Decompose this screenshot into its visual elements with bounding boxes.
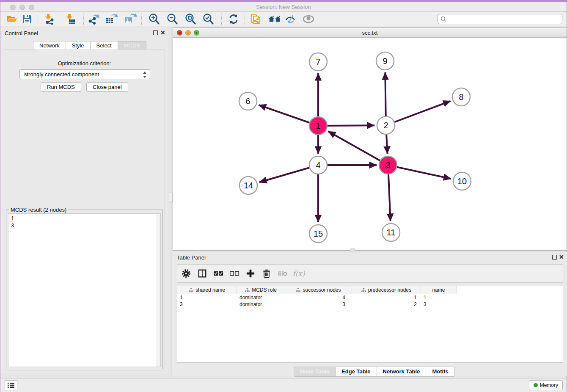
horizontal-split-handle[interactable] <box>350 248 355 251</box>
tab-mcds[interactable]: MCDS <box>118 41 146 50</box>
search-icon <box>440 16 446 22</box>
run-mcds-button[interactable]: Run MCDS <box>41 82 81 92</box>
cell-mcds-role[interactable]: dominator <box>237 301 285 308</box>
import-table-button[interactable] <box>64 13 77 25</box>
column-type-icon <box>296 288 300 293</box>
search-field[interactable] <box>438 14 562 24</box>
graph-node-label-14: 14 <box>244 181 253 190</box>
export-table-button[interactable] <box>105 13 118 25</box>
window-title: Session: New Session <box>0 4 567 10</box>
import-network-button[interactable] <box>43 13 55 25</box>
tab-network-table[interactable]: Network Table <box>377 367 427 377</box>
task-history-button[interactable] <box>5 380 17 390</box>
import-network-icon <box>44 14 55 25</box>
graph-edge-2-8[interactable] <box>386 101 451 125</box>
column-label: name <box>432 287 445 293</box>
column-header-name[interactable]: name <box>421 286 457 294</box>
export-table-icon <box>105 14 118 25</box>
vertical-split-divider[interactable] <box>171 28 171 376</box>
column-header-shared-name[interactable]: shared name <box>177 286 237 294</box>
hide-graphics-button[interactable] <box>284 13 297 25</box>
deselect-all-button[interactable] <box>227 266 242 281</box>
graph-node-label-6: 6 <box>245 97 250 106</box>
tab-node-table[interactable]: Node Table <box>294 367 336 377</box>
search-input[interactable] <box>448 15 562 23</box>
mcds-result-textarea[interactable]: 1 3 <box>8 213 161 367</box>
eye-icon <box>302 14 315 24</box>
zoom-out-button[interactable] <box>166 13 179 25</box>
columns-icon <box>198 269 207 278</box>
table-panel-title: Table Panel <box>177 254 206 261</box>
column-header-mcds-role[interactable]: MCDS role <box>237 286 285 294</box>
graph-edge-1-6[interactable] <box>259 105 318 126</box>
home-layout-button[interactable] <box>268 13 281 25</box>
hidden-eye-icon <box>285 14 297 24</box>
control-panel-header: Control Panel ✕ <box>0 28 168 39</box>
control-panel: Control Panel ✕ Network Style Select MCD… <box>0 28 168 373</box>
zoom-selected-button[interactable] <box>202 13 215 25</box>
close-panel-icon[interactable]: ✕ <box>160 30 165 36</box>
zoom-fit-icon <box>184 13 196 25</box>
zoom-in-button[interactable] <box>148 13 160 25</box>
network-graph[interactable]: 1234678910111415 <box>173 38 567 250</box>
graph-node-label-10: 10 <box>457 177 467 186</box>
graph-node-label-3: 3 <box>385 160 390 170</box>
table-panel-header: Table Panel ✕ <box>173 252 567 263</box>
cell-name[interactable]: 3 <box>421 301 457 308</box>
close-panel-button[interactable]: Close panel <box>86 82 128 92</box>
cell-mcds-role[interactable]: dominator <box>237 294 285 301</box>
export-network-button[interactable] <box>88 13 100 25</box>
save-session-button[interactable] <box>21 13 33 25</box>
cell-successor-nodes[interactable]: 4 <box>285 294 352 301</box>
graph-node-label-2: 2 <box>383 121 388 130</box>
table-header-row: shared name MCDS role successor nodes pr… <box>177 286 563 294</box>
dropdown-stepper-icon <box>143 72 146 78</box>
column-header-successor-nodes[interactable]: successor nodes <box>285 286 352 294</box>
close-table-panel-icon[interactable]: ✕ <box>559 254 564 260</box>
show-column-button[interactable] <box>195 266 209 281</box>
select-all-button[interactable] <box>211 266 226 281</box>
table-settings-button[interactable] <box>179 266 193 281</box>
memory-button[interactable]: Memory <box>529 380 563 390</box>
table-row[interactable]: 1 dominator 4 1 1 <box>177 294 563 301</box>
network-from-file-button[interactable] <box>250 13 262 25</box>
cell-name[interactable]: 1 <box>421 294 457 301</box>
tab-motifs[interactable]: Motifs <box>426 367 454 377</box>
titlebar: Session: New Session <box>0 2 567 12</box>
tab-select[interactable]: Select <box>91 41 118 50</box>
add-column-button[interactable] <box>243 266 258 281</box>
table-row[interactable]: 3 dominator 3 2 3 <box>177 301 563 308</box>
float-table-panel-icon[interactable] <box>552 255 557 259</box>
refresh-button[interactable] <box>227 13 240 25</box>
graph-node-label-8: 8 <box>459 92 463 102</box>
result-scrollbar[interactable] <box>157 214 160 367</box>
optimization-criterion-dropdown[interactable]: strongly connected component <box>19 69 150 79</box>
export-image-icon <box>124 14 137 25</box>
cell-predecessor-nodes[interactable]: 2 <box>352 301 421 308</box>
column-header-predecessor-nodes[interactable]: predecessor nodes <box>352 286 421 294</box>
network-window-titlebar[interactable]: ✕ − + scc.txt <box>173 28 567 38</box>
graph-edge-3-10[interactable] <box>388 165 451 179</box>
tab-edge-table[interactable]: Edge Table <box>336 367 377 377</box>
tab-style[interactable]: Style <box>66 41 91 50</box>
column-header-filler <box>457 286 563 294</box>
table-panel: Table Panel ✕ <box>173 252 567 376</box>
cell-predecessor-nodes[interactable]: 1 <box>352 294 421 301</box>
delete-column-button[interactable] <box>259 266 274 281</box>
float-panel-icon[interactable] <box>153 30 158 35</box>
delete-table-button-disabled <box>275 266 290 281</box>
open-file-button[interactable] <box>6 13 18 25</box>
cell-shared-name[interactable]: 3 <box>177 301 237 308</box>
graph-edge-3-1[interactable] <box>328 131 388 165</box>
fx-icon: f(x) <box>292 269 305 278</box>
show-graphics-button[interactable] <box>302 13 315 25</box>
vertical-split-handle[interactable] <box>169 193 173 202</box>
table-toolbar: f(x) <box>177 264 563 283</box>
cell-successor-nodes[interactable]: 3 <box>285 301 352 308</box>
tab-network[interactable]: Network <box>33 41 66 50</box>
save-icon <box>22 14 32 24</box>
export-image-button[interactable] <box>124 13 137 25</box>
zoom-fit-button[interactable] <box>184 13 197 25</box>
cell-shared-name[interactable]: 1 <box>177 294 237 301</box>
column-type-icon <box>189 288 193 293</box>
